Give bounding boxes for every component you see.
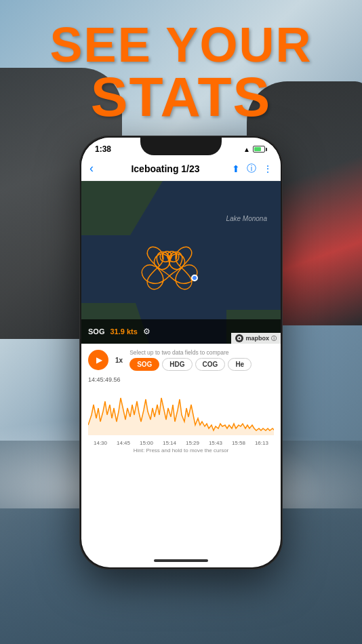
svg-point-1: [239, 338, 241, 340]
time-label-1: 14:45: [117, 440, 130, 446]
time-label-7: 16:13: [255, 440, 268, 446]
wifi-icon: ▲: [243, 146, 250, 153]
more-icon[interactable]: ⋮: [263, 163, 273, 174]
pill-cog[interactable]: COG: [195, 358, 226, 371]
battery-fill: [254, 147, 261, 151]
time-label-4: 15:29: [186, 440, 199, 446]
sog-label: SOG: [88, 327, 104, 336]
info-icon[interactable]: ⓘ: [247, 163, 256, 175]
phone-mockup: 1:38 ▲ ‹ Iceboating 1/23 ⬆ ⓘ: [79, 136, 283, 569]
hero-text: SEE YOUR STATS: [0, 20, 362, 125]
play-button[interactable]: ▶: [88, 350, 108, 370]
chart-hint: Hint: Press and hold to move the cursor: [88, 447, 274, 456]
pill-he[interactable]: He: [228, 358, 252, 371]
selector-hint: Select up to two data fields to compare: [129, 349, 274, 356]
phone-screen: 1:38 ▲ ‹ Iceboating 1/23 ⬆ ⓘ: [81, 138, 281, 567]
play-icon: ▶: [96, 355, 102, 365]
phone-notch: [140, 138, 222, 155]
battery-icon: [253, 146, 267, 153]
track-svg: [108, 201, 230, 317]
share-icon[interactable]: ⬆: [232, 163, 240, 174]
time-label-0: 14:30: [94, 440, 107, 446]
chart-area[interactable]: [88, 384, 274, 439]
time-axis: 14:30 14:45 15:00 15:14 15:29 15:43 15:5…: [88, 439, 274, 447]
time-label-6: 15:58: [232, 440, 245, 446]
pill-sog[interactable]: SOG: [129, 358, 159, 371]
mapbox-badge: mapbox ⓘ: [231, 333, 281, 344]
selector-pills: SOG HDG COG He: [129, 358, 274, 371]
sog-gear-icon[interactable]: ⚙: [143, 327, 150, 336]
hero-line1: SEE YOUR: [0, 20, 362, 69]
app-header: ‹ Iceboating 1/23 ⬆ ⓘ ⋮: [81, 157, 281, 181]
status-icons: ▲: [243, 146, 267, 153]
header-icons: ⬆ ⓘ ⋮: [232, 163, 273, 175]
data-selector: ▶ 1x Select up to two data fields to com…: [88, 349, 274, 371]
lake-label: Lake Monona: [226, 215, 267, 222]
time-label-5: 15:43: [209, 440, 222, 446]
mapbox-label: mapbox: [245, 335, 269, 342]
back-button[interactable]: ‹: [89, 161, 94, 176]
home-indicator: [154, 559, 208, 562]
status-time: 1:38: [95, 144, 111, 154]
battery-tip: [266, 148, 267, 151]
map-area[interactable]: Lake Monona: [81, 181, 281, 344]
time-label-2: 15:00: [140, 440, 153, 446]
track-container: [108, 201, 230, 317]
position-dot: [191, 275, 198, 281]
app-title: Iceboating 1/23: [99, 163, 232, 174]
battery-body: [253, 146, 265, 153]
speed-label: 1x: [113, 357, 125, 364]
chart-svg: [88, 384, 274, 435]
mapbox-info-icon[interactable]: ⓘ: [271, 335, 277, 342]
time-label-3: 15:14: [163, 440, 176, 446]
sog-value: 31.9 kts: [110, 327, 137, 336]
mapbox-logo: [235, 334, 243, 342]
pill-hdg[interactable]: HDG: [162, 358, 192, 371]
selector-area: Select up to two data fields to compare …: [129, 349, 274, 371]
phone-outer: 1:38 ▲ ‹ Iceboating 1/23 ⬆ ⓘ: [79, 136, 283, 569]
stats-section: ▶ 1x Select up to two data fields to com…: [81, 344, 281, 456]
timestamp: 14:45:49.56: [88, 375, 274, 384]
hero-line2: STATS: [0, 69, 362, 125]
